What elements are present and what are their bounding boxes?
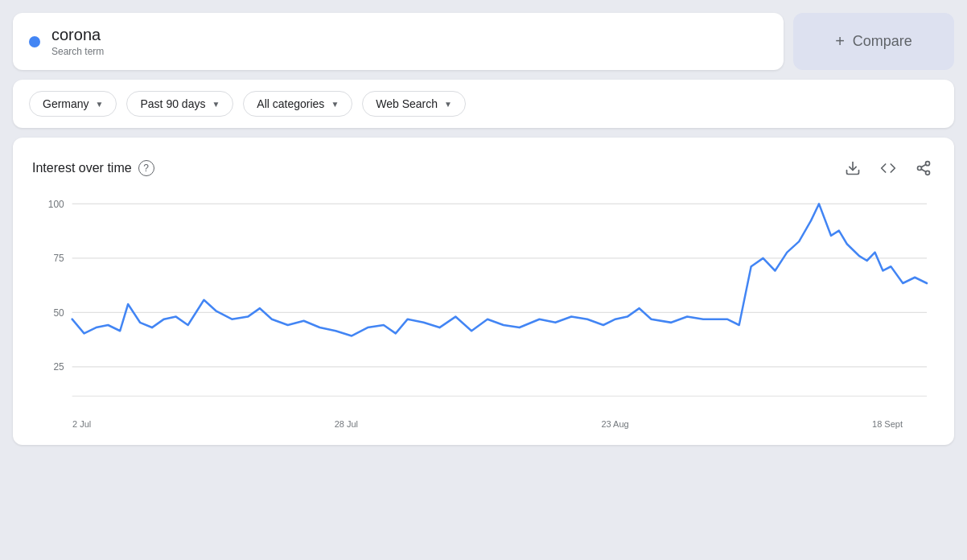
top-section: corona Search term + Compare — [13, 13, 954, 70]
svg-text:50: 50 — [53, 307, 64, 318]
time-range-filter-label: Past 90 days — [140, 97, 205, 110]
chart-title: Interest over time — [32, 161, 132, 175]
interest-over-time-card: Interest over time ? — [13, 138, 954, 445]
search-type-chevron-icon: ▼ — [444, 100, 452, 109]
svg-line-5 — [921, 164, 926, 167]
chart-header: Interest over time ? — [32, 157, 935, 179]
time-chevron-icon: ▼ — [212, 100, 220, 109]
search-term-label: Search term — [51, 46, 104, 57]
category-filter[interactable]: All categories ▼ — [243, 91, 352, 117]
x-label-sept18: 18 Sept — [872, 419, 903, 429]
search-term-name: corona — [51, 26, 104, 44]
filters-row: Germany ▼ Past 90 days ▼ All categories … — [13, 80, 954, 128]
compare-plus-icon: + — [835, 32, 845, 51]
search-dot — [29, 36, 40, 47]
svg-text:75: 75 — [53, 253, 64, 264]
compare-card[interactable]: + Compare — [793, 13, 954, 70]
category-chevron-icon: ▼ — [331, 100, 339, 109]
share-button[interactable] — [912, 157, 935, 179]
x-label-jul28: 28 Jul — [335, 419, 358, 429]
search-type-filter-label: Web Search — [376, 97, 438, 110]
time-range-filter[interactable]: Past 90 days ▼ — [126, 91, 233, 117]
svg-line-4 — [921, 169, 926, 171]
search-term-card: corona Search term — [13, 13, 784, 70]
download-button[interactable] — [841, 157, 864, 179]
country-filter[interactable]: Germany ▼ — [29, 91, 117, 117]
x-labels: 2 Jul 28 Jul 23 Aug 18 Sept — [32, 413, 935, 429]
chart-actions — [841, 157, 935, 179]
country-chevron-icon: ▼ — [96, 100, 104, 109]
category-filter-label: All categories — [257, 97, 324, 110]
x-label-aug23: 23 Aug — [601, 419, 628, 429]
search-type-filter[interactable]: Web Search ▼ — [362, 91, 466, 117]
help-icon[interactable]: ? — [138, 160, 154, 176]
embed-button[interactable] — [877, 157, 899, 179]
svg-text:100: 100 — [48, 198, 64, 209]
x-label-jul2: 2 Jul — [72, 419, 91, 429]
search-term-text: corona Search term — [51, 26, 104, 57]
chart-svg: 100 75 50 25 — [32, 196, 935, 413]
chart-area: 100 75 50 25 — [32, 196, 935, 413]
chart-title-row: Interest over time ? — [32, 160, 154, 176]
svg-text:25: 25 — [53, 361, 64, 373]
compare-label: Compare — [853, 33, 912, 50]
country-filter-label: Germany — [43, 97, 89, 110]
